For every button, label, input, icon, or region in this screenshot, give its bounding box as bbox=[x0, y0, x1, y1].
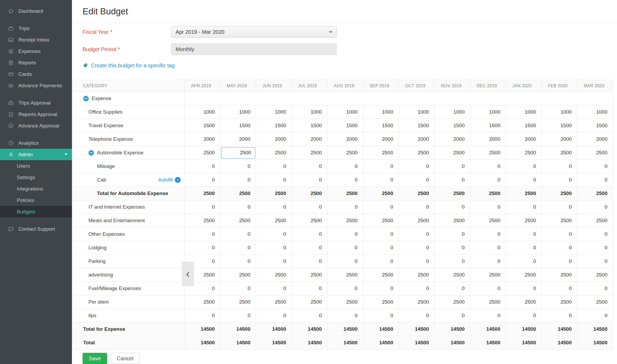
budget-amount-cell[interactable]: 0 bbox=[363, 282, 399, 295]
budget-amount-cell[interactable]: 2500 bbox=[292, 214, 327, 228]
budget-amount-cell[interactable]: 0 bbox=[220, 173, 256, 187]
budget-amount-cell[interactable]: 0 bbox=[577, 255, 613, 268]
budget-amount-cell[interactable]: 14500 bbox=[185, 322, 220, 336]
budget-amount-cell[interactable]: 0 bbox=[363, 173, 399, 187]
budget-amount-cell[interactable]: 14500 bbox=[399, 336, 435, 350]
budget-amount-cell[interactable]: 0 bbox=[256, 255, 292, 268]
budget-amount-cell[interactable]: 0 bbox=[542, 255, 577, 268]
sidebar-subitem-budgets[interactable]: Budgets bbox=[0, 206, 72, 217]
budget-amount-cell[interactable]: 1000 bbox=[185, 105, 220, 119]
budget-amount-cell[interactable]: 2500 bbox=[435, 295, 470, 309]
budget-amount-cell[interactable]: 1000 bbox=[220, 105, 256, 119]
budget-amount-cell[interactable]: 1500 bbox=[470, 119, 506, 133]
budget-amount-cell[interactable]: 2500 bbox=[542, 146, 577, 160]
budget-amount-cell[interactable]: 2500 bbox=[363, 214, 399, 228]
budget-amount-input[interactable] bbox=[221, 147, 255, 159]
budget-amount-cell[interactable]: 2500 bbox=[435, 268, 470, 282]
budget-amount-cell[interactable]: 2500 bbox=[363, 146, 399, 160]
budget-amount-cell[interactable]: 2000 bbox=[185, 133, 220, 146]
budget-amount-cell[interactable]: 0 bbox=[292, 160, 327, 173]
budget-amount-cell[interactable]: 0 bbox=[470, 241, 506, 255]
budget-amount-cell[interactable]: 2500 bbox=[185, 146, 220, 160]
budget-amount-cell[interactable]: 0 bbox=[542, 200, 577, 214]
budget-amount-cell[interactable]: 0 bbox=[435, 160, 470, 173]
budget-amount-cell[interactable]: 2000 bbox=[435, 133, 470, 146]
budget-amount-cell[interactable]: 2500 bbox=[470, 187, 506, 200]
budget-amount-cell[interactable]: 0 bbox=[506, 309, 542, 322]
budget-amount-cell[interactable]: 2500 bbox=[327, 295, 363, 309]
budget-amount-cell[interactable]: 0 bbox=[399, 255, 435, 268]
budget-amount-cell[interactable]: 0 bbox=[399, 173, 435, 187]
budget-amount-cell[interactable]: 0 bbox=[577, 228, 613, 241]
budget-amount-cell[interactable]: 0 bbox=[220, 160, 256, 173]
budget-amount-cell[interactable]: 0 bbox=[542, 309, 577, 322]
budget-amount-cell[interactable]: 0 bbox=[220, 241, 256, 255]
budget-amount-cell[interactable]: 14500 bbox=[256, 336, 292, 350]
cancel-button[interactable]: Cancel bbox=[111, 353, 140, 364]
budget-amount-cell[interactable]: 14500 bbox=[220, 322, 256, 336]
budget-amount-cell[interactable]: 2500 bbox=[577, 214, 613, 228]
budget-amount-cell[interactable]: 2000 bbox=[542, 133, 577, 146]
budget-amount-cell[interactable]: 0 bbox=[470, 282, 506, 295]
budget-amount-cell[interactable]: 0 bbox=[220, 309, 256, 322]
budget-amount-cell[interactable]: 1000 bbox=[435, 105, 470, 119]
budget-amount-cell[interactable]: 2500 bbox=[220, 295, 256, 309]
budget-amount-cell[interactable]: 0 bbox=[470, 228, 506, 241]
sidebar-subitem-users[interactable]: Users bbox=[0, 160, 72, 172]
budget-amount-cell[interactable]: 14500 bbox=[542, 336, 577, 350]
budget-amount-cell[interactable]: 2500 bbox=[542, 295, 577, 309]
budget-amount-cell[interactable]: 0 bbox=[220, 228, 256, 241]
budget-amount-cell[interactable]: 1500 bbox=[363, 119, 399, 133]
budget-amount-cell[interactable]: 2500 bbox=[506, 295, 542, 309]
budget-amount-cell[interactable]: 14500 bbox=[506, 322, 542, 336]
budget-amount-cell[interactable]: 0 bbox=[292, 228, 327, 241]
budget-amount-cell[interactable]: 0 bbox=[577, 173, 613, 187]
budget-amount-cell[interactable]: 0 bbox=[399, 228, 435, 241]
budget-amount-cell[interactable]: 2500 bbox=[577, 268, 613, 282]
budget-amount-cell[interactable]: 0 bbox=[399, 282, 435, 295]
budget-amount-cell[interactable]: 2500 bbox=[256, 295, 292, 309]
budget-amount-cell[interactable]: 14500 bbox=[220, 336, 256, 350]
budget-amount-cell[interactable]: 2500 bbox=[256, 214, 292, 228]
budget-amount-cell[interactable]: 2500 bbox=[185, 214, 220, 228]
budget-amount-cell[interactable]: 1000 bbox=[577, 105, 613, 119]
budget-amount-cell[interactable]: 1500 bbox=[256, 119, 292, 133]
budget-amount-cell[interactable]: 0 bbox=[327, 173, 363, 187]
collapse-icon[interactable] bbox=[88, 150, 94, 156]
budget-amount-cell[interactable]: 14500 bbox=[542, 322, 577, 336]
budget-amount-cell[interactable]: 2500 bbox=[220, 214, 256, 228]
fiscal-year-select[interactable]: Apr 2019 - Mar 2020 bbox=[171, 26, 337, 38]
sidebar-item-advance-payments[interactable]: Advance Payments bbox=[0, 80, 72, 91]
budget-amount-cell[interactable]: 2000 bbox=[363, 133, 399, 146]
sidebar-item-trips-approval[interactable]: Trips Approval bbox=[0, 97, 72, 109]
budget-amount-cell[interactable]: 0 bbox=[363, 200, 399, 214]
budget-amount-cell[interactable]: 0 bbox=[363, 160, 399, 173]
budget-amount-cell[interactable]: 2500 bbox=[399, 268, 435, 282]
budget-amount-cell[interactable]: 2000 bbox=[470, 133, 506, 146]
budget-amount-cell[interactable]: 1000 bbox=[327, 105, 363, 119]
budget-amount-cell[interactable]: 2500 bbox=[256, 187, 292, 200]
sidebar-item-cards[interactable]: Cards bbox=[0, 68, 72, 80]
sidebar-subitem-settings[interactable]: Settings bbox=[0, 172, 72, 183]
budget-amount-cell[interactable]: 2500 bbox=[506, 146, 542, 160]
sidebar-subitem-integrations[interactable]: Integrations bbox=[0, 183, 72, 195]
budget-amount-cell[interactable]: 2500 bbox=[363, 295, 399, 309]
budget-amount-cell[interactable]: 2500 bbox=[470, 295, 506, 309]
budget-amount-cell[interactable]: 0 bbox=[542, 228, 577, 241]
budget-amount-cell[interactable]: 14500 bbox=[327, 322, 363, 336]
budget-amount-cell[interactable]: 0 bbox=[577, 309, 613, 322]
budget-amount-cell[interactable]: 2000 bbox=[292, 133, 327, 146]
budget-amount-cell[interactable]: 2500 bbox=[256, 268, 292, 282]
budget-amount-cell[interactable]: 14500 bbox=[577, 322, 613, 336]
budget-amount-cell[interactable]: 2500 bbox=[506, 214, 542, 228]
sidebar-item-receipt-inbox[interactable]: Receipt Inbox bbox=[0, 34, 72, 46]
budget-amount-cell[interactable]: 1000 bbox=[292, 105, 327, 119]
budget-amount-cell[interactable]: 0 bbox=[399, 241, 435, 255]
budget-amount-cell[interactable]: 0 bbox=[185, 228, 220, 241]
sidebar-item-analytics[interactable]: Analytics bbox=[0, 137, 72, 149]
budget-amount-cell[interactable]: 0 bbox=[399, 309, 435, 322]
budget-amount-cell[interactable]: 2500 bbox=[220, 187, 256, 200]
budget-amount-cell[interactable]: 1000 bbox=[506, 105, 542, 119]
budget-amount-cell[interactable]: 2500 bbox=[292, 295, 327, 309]
save-button[interactable]: Save bbox=[83, 353, 107, 364]
